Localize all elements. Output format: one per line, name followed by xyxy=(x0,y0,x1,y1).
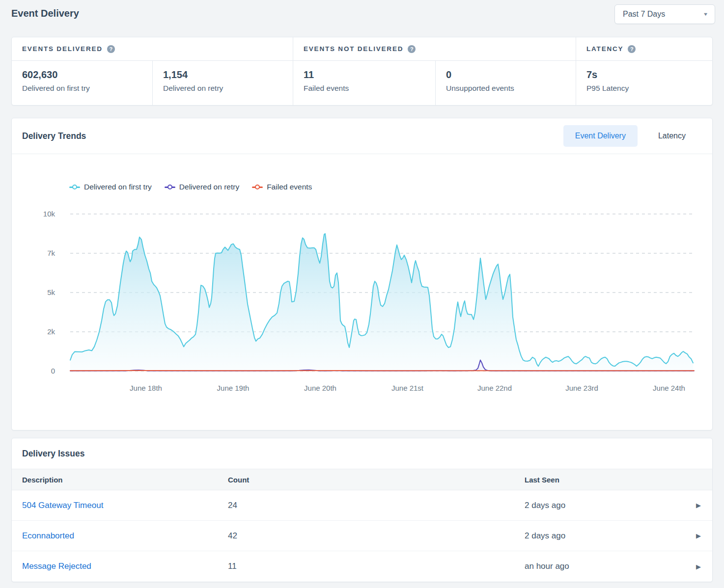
svg-text:June 22nd: June 22nd xyxy=(477,384,512,392)
tab-event-delivery[interactable]: Event Delivery xyxy=(563,125,638,147)
series-marker-icon xyxy=(252,185,263,190)
svg-text:5k: 5k xyxy=(47,288,55,296)
svg-text:0: 0 xyxy=(51,367,55,375)
metric-delivered-retry: 1,154 Delivered on retry xyxy=(152,61,293,105)
top-bar: Event Delivery Past 7 Days ▼ xyxy=(0,0,724,33)
delivery-trends-title: Delivery Trends xyxy=(22,131,86,141)
stats-card: EVENTS DELIVERED ? EVENTS NOT DELIVERED … xyxy=(11,37,713,106)
stats-group-label: EVENTS DELIVERED xyxy=(22,45,103,53)
delivery-issues-card: Delivery Issues Description Count Last S… xyxy=(11,438,713,582)
stats-group-latency: LATENCY ? xyxy=(576,37,712,60)
issue-last-seen: an hour ago xyxy=(525,561,685,571)
svg-text:7k: 7k xyxy=(47,249,55,257)
stats-group-events-delivered: EVENTS DELIVERED ? xyxy=(12,37,293,60)
delivery-trends-chart: 02k5k7k10kJune 18thJune 19thJune 20thJun… xyxy=(12,203,712,397)
help-icon[interactable]: ? xyxy=(628,45,636,53)
svg-text:June 19th: June 19th xyxy=(217,384,250,392)
metric-delivered-first-try: 602,630 Delivered on first try xyxy=(12,61,152,105)
issue-link[interactable]: Econnaborted xyxy=(22,531,74,540)
delivery-issues-title-row: Delivery Issues xyxy=(12,438,712,469)
metric-unsupported-events: 0 Unsupported events xyxy=(435,61,576,105)
legend-item-delivered-on-first-try[interactable]: Delivered on first try xyxy=(69,183,152,191)
issue-count: 24 xyxy=(228,501,525,510)
metric-label: Unsupported events xyxy=(446,84,576,93)
issues-table-header: Description Count Last Seen xyxy=(12,469,712,490)
column-header-last-seen: Last Seen xyxy=(525,476,685,484)
chevron-right-icon[interactable]: ▶ xyxy=(685,532,712,539)
stats-group-label: EVENTS NOT DELIVERED xyxy=(304,45,403,53)
date-range-dropdown[interactable]: Past 7 Days ▼ xyxy=(614,4,715,24)
metric-p95-latency: 7s P95 Latency xyxy=(576,61,712,105)
issue-last-seen: 2 days ago xyxy=(525,501,685,510)
date-range-value: Past 7 Days xyxy=(623,10,665,19)
metric-label: Delivered on retry xyxy=(163,84,293,93)
svg-text:June 18th: June 18th xyxy=(130,384,162,392)
stats-group-label: LATENCY xyxy=(586,45,623,53)
help-icon[interactable]: ? xyxy=(107,45,115,53)
chart-legend: Delivered on first tryDelivered on retry… xyxy=(69,182,712,192)
trend-tabs: Event Delivery Latency xyxy=(563,125,697,147)
series-marker-icon xyxy=(165,185,175,190)
legend-label: Delivered on first try xyxy=(84,183,152,191)
delivery-issues-title: Delivery Issues xyxy=(22,449,84,459)
chevron-right-icon[interactable]: ▶ xyxy=(685,502,712,509)
delivery-trends-header: Delivery Trends Event Delivery Latency xyxy=(12,118,712,154)
svg-text:10k: 10k xyxy=(43,210,56,218)
metric-value: 0 xyxy=(446,69,576,80)
metric-value: 1,154 xyxy=(163,69,293,80)
issue-count: 11 xyxy=(228,561,525,571)
table-row[interactable]: Message Rejected 11 an hour ago ▶ xyxy=(12,551,712,582)
table-row[interactable]: Econnaborted 42 2 days ago ▶ xyxy=(12,521,712,551)
svg-text:June 20th: June 20th xyxy=(304,384,336,392)
metric-label: Delivered on first try xyxy=(22,84,152,93)
legend-label: Failed events xyxy=(267,183,312,191)
column-header-count: Count xyxy=(228,476,525,484)
table-row[interactable]: 504 Gateway Timeout 24 2 days ago ▶ xyxy=(12,490,712,521)
stats-values-row: 602,630 Delivered on first try 1,154 Del… xyxy=(12,61,712,105)
svg-text:June 24th: June 24th xyxy=(653,384,685,392)
svg-text:June 21st: June 21st xyxy=(391,384,424,392)
chart-area: 02k5k7k10kJune 18thJune 19thJune 20thJun… xyxy=(12,203,712,397)
legend-item-failed-events[interactable]: Failed events xyxy=(252,183,312,191)
tab-latency[interactable]: Latency xyxy=(646,125,697,147)
chevron-down-icon: ▼ xyxy=(703,12,709,17)
chevron-right-icon[interactable]: ▶ xyxy=(685,563,712,570)
help-icon[interactable]: ? xyxy=(408,45,416,53)
metric-label: P95 Latency xyxy=(586,84,712,93)
metric-label: Failed events xyxy=(304,84,435,93)
stats-group-events-not-delivered: EVENTS NOT DELIVERED ? xyxy=(293,37,576,60)
series-marker-icon xyxy=(69,185,80,190)
svg-text:June 23rd: June 23rd xyxy=(565,384,598,392)
issue-link[interactable]: 504 Gateway Timeout xyxy=(22,501,103,510)
metric-value: 11 xyxy=(304,69,435,80)
issue-link[interactable]: Message Rejected xyxy=(22,561,91,571)
legend-label: Delivered on retry xyxy=(179,183,239,191)
event-delivery-page: Event Delivery Past 7 Days ▼ EVENTS DELI… xyxy=(0,0,724,588)
metric-failed-events: 11 Failed events xyxy=(293,61,435,105)
issue-count: 42 xyxy=(228,531,525,541)
stats-header-row: EVENTS DELIVERED ? EVENTS NOT DELIVERED … xyxy=(12,37,712,61)
legend-item-delivered-on-retry[interactable]: Delivered on retry xyxy=(165,183,239,191)
page-title: Event Delivery xyxy=(11,8,79,19)
metric-value: 7s xyxy=(586,69,712,80)
column-header-description: Description xyxy=(12,476,228,484)
metric-value: 602,630 xyxy=(22,69,152,80)
issue-last-seen: 2 days ago xyxy=(525,531,685,541)
svg-text:2k: 2k xyxy=(47,327,55,336)
delivery-trends-card: Delivery Trends Event Delivery Latency D… xyxy=(11,118,713,430)
